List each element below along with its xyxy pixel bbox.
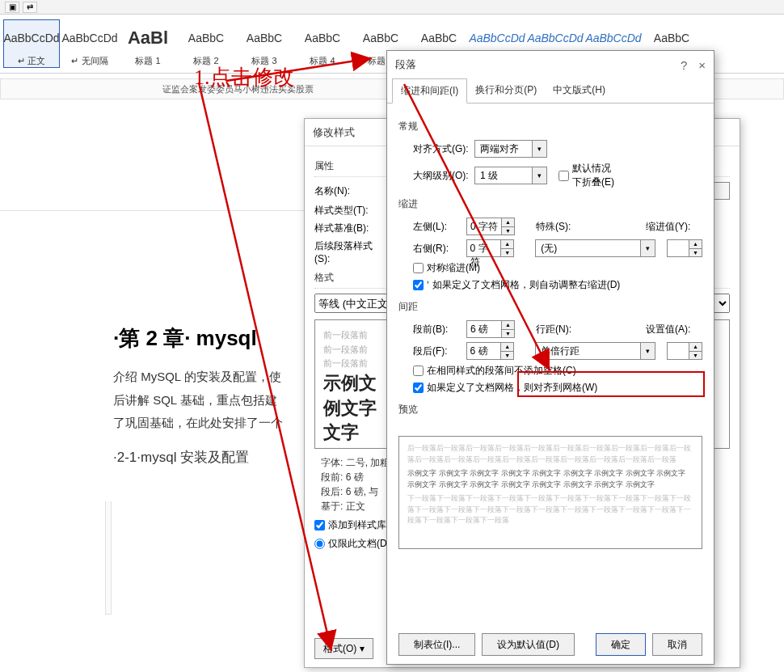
doc-paragraph: 介绍 MySQL 的安装及配置，使 — [113, 366, 283, 389]
paragraph-title: 段落 — [395, 57, 416, 72]
align-select[interactable]: 两端对齐▾ — [474, 140, 547, 158]
indent-value-label: 缩进值(Y): — [646, 220, 702, 234]
chevron-down-icon: ▾ — [640, 240, 655, 256]
space-before-label: 段前(B): — [413, 323, 462, 336]
tab-chinese-layout[interactable]: 中文版式(H) — [545, 78, 613, 103]
style-item-5[interactable]: AaBbC标题 4 — [294, 19, 351, 68]
tab-line-page[interactable]: 换行和分页(P) — [467, 78, 545, 103]
left-indent-spinner[interactable]: 0 字符▲▼ — [466, 218, 515, 235]
outline-select[interactable]: 1 级▾ — [474, 167, 547, 184]
type-label: 样式类型(T): — [314, 204, 387, 218]
right-indent-spinner[interactable]: 0 字符▲▼ — [466, 239, 515, 257]
format-button[interactable]: 格式(O) ▾ — [314, 638, 373, 659]
name-label: 名称(N): — [314, 184, 387, 198]
indent-value-spinner[interactable]: ▲▼ — [667, 239, 702, 257]
paragraph-preview: 后一段落后一段落后一段落后一段落后一段落后一段落后一段落后一段落后一段落后一段落… — [398, 436, 702, 549]
based-label: 样式基准(B): — [314, 222, 387, 235]
close-icon[interactable]: × — [698, 58, 706, 72]
special-label: 特殊(S): — [536, 220, 592, 234]
doc-paragraph: 了巩固基础，在此处安排了一个 — [113, 412, 283, 435]
sym-indent-checkbox[interactable] — [413, 263, 424, 273]
window-icon-1[interactable]: ▣ — [5, 2, 19, 13]
left-indent-label: 左侧(L): — [413, 220, 462, 234]
document-area: ·第 2 章· mysql 介绍 MySQL 的安装及配置，使 后讲解 SQL … — [0, 210, 323, 501]
preview-head: 预览 — [398, 403, 702, 416]
tab-indent-spacing[interactable]: 缩进和间距(I) — [392, 78, 467, 104]
no-space-same-checkbox[interactable] — [413, 366, 424, 376]
doc-only-radio[interactable] — [314, 539, 325, 549]
annotation-1: 1.点击修改 — [194, 63, 294, 91]
doc-heading-2: ·第 2 章· mysql — [113, 324, 283, 353]
indent-head: 缩进 — [398, 197, 702, 211]
special-select[interactable]: (无)▾ — [535, 239, 655, 257]
grid-indent-checkbox[interactable] — [413, 280, 424, 290]
outline-label: 大纲级别(O): — [413, 169, 470, 183]
top-toolbar: ▣ ⇄ — [0, 0, 784, 15]
sym-indent-label: 对称缩进(M) — [427, 261, 480, 275]
line-spacing-select[interactable]: 单倍行距▾ — [535, 342, 655, 360]
collapse-label: 默认情况下折叠(E) — [572, 162, 615, 189]
chevron-down-icon: ▾ — [532, 141, 546, 157]
cancel-button[interactable]: 取消 — [652, 633, 702, 656]
modify-style-title: 修改样式 — [313, 125, 355, 140]
set-value-label: 设置值(A): — [646, 323, 702, 336]
add-to-gallery-checkbox[interactable] — [314, 520, 325, 530]
spacing-head: 间距 — [398, 300, 702, 314]
help-icon[interactable]: ? — [681, 58, 687, 72]
right-indent-label: 右侧(R): — [413, 242, 462, 256]
paragraph-tabs: 缩进和间距(I) 换行和分页(P) 中文版式(H) — [387, 78, 714, 104]
style-item-4[interactable]: AaBbC标题 3 — [236, 19, 293, 68]
no-space-same-label: 在相同样式的段落间不添加空格(C) — [427, 364, 576, 378]
grid-indent-label: 如果定义了文档网格，则自动调整右缩进(D) — [432, 278, 621, 292]
general-head: 常规 — [398, 120, 702, 133]
space-before-spinner[interactable]: 6 磅▲▼ — [466, 320, 515, 338]
space-after-label: 段后(F): — [413, 344, 462, 358]
style-item-1[interactable]: AaBbCcDd↵ 无间隔 — [61, 19, 118, 68]
align-label: 对齐方式(G): — [413, 142, 470, 156]
tabs-button[interactable]: 制表位(I)... — [398, 633, 475, 656]
chevron-down-icon: ▾ — [640, 343, 655, 359]
style-item-3[interactable]: AaBbC标题 2 — [178, 19, 234, 68]
window-icon-2[interactable]: ⇄ — [23, 2, 37, 13]
doc-paragraph: 后讲解 SQL 基础，重点包括建 — [113, 389, 283, 412]
style-item-0[interactable]: AaBbCcDd↵ 正文 — [3, 19, 60, 68]
set-default-button[interactable]: 设为默认值(D) — [482, 633, 575, 656]
line-spacing-label: 行距(N): — [536, 323, 592, 336]
set-value-spinner[interactable]: ▲▼ — [667, 342, 702, 360]
doc-only-label: 仅限此文档(D) — [328, 537, 390, 551]
ok-button[interactable]: 确定 — [596, 633, 646, 656]
follow-label: 后续段落样式(S): — [314, 239, 387, 264]
space-after-spinner[interactable]: 6 磅▲▼ — [466, 342, 515, 360]
paragraph-dialog: 段落 ? × 缩进和间距(I) 换行和分页(P) 中文版式(H) 常规 对齐方式… — [386, 50, 714, 665]
chevron-down-icon: ▾ — [532, 167, 546, 184]
grid-spacing-label: 如果定义了文档网格，则对齐到网格(W) — [427, 381, 597, 395]
collapse-checkbox[interactable] — [558, 171, 569, 181]
grid-spacing-checkbox[interactable] — [413, 382, 424, 393]
doc-subhead: ·2-1·mysql 安装及配置 — [113, 445, 283, 471]
style-item-2[interactable]: AaBl标题 1 — [120, 19, 176, 68]
